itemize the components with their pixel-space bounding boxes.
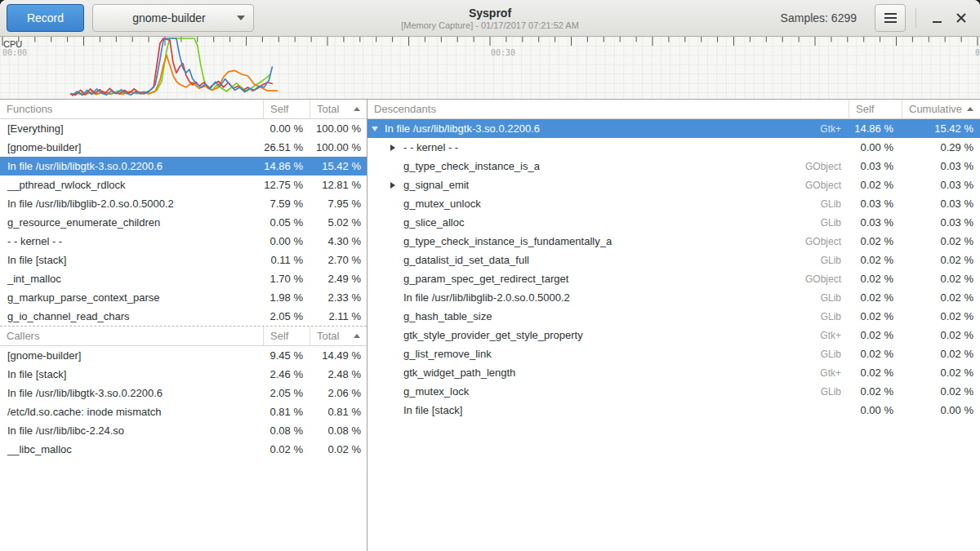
time-tick-label: 01:00 — [975, 48, 980, 57]
self-percent-cell: 0.02 % — [849, 291, 902, 304]
descendant-name-cell: g_datalist_id_set_data_fullGLib — [368, 254, 849, 266]
tree-row[interactable]: g_signal_emitGObject0.02 %0.03 % — [368, 176, 980, 194]
self-percent-cell: 9.45 % — [264, 349, 310, 362]
minimize-button[interactable] — [924, 6, 949, 30]
function-name-cell: g_resource_enumerate_children — [0, 216, 264, 229]
tree-row[interactable]: gtk_widget_path_lengthGtk+0.02 %0.02 % — [368, 363, 980, 382]
tree-row[interactable]: gtk_style_provider_get_style_propertyGtk… — [368, 326, 980, 344]
self-percent-cell: 0.02 % — [849, 235, 902, 247]
self-percent-cell: 0.11 % — [264, 254, 310, 266]
function-name-cell: In file /usr/lib/libgtk-3.so.0.2200.6 — [0, 160, 264, 172]
descendant-name-cell: g_list_remove_linkGLib — [368, 348, 849, 360]
column-header-functions[interactable]: Functions — [0, 100, 264, 118]
tree-row[interactable]: g_param_spec_get_redirect_targetGObject0… — [368, 269, 980, 288]
column-header-descendants[interactable]: Descendants — [368, 100, 849, 118]
table-row[interactable]: /etc/ld.so.cache: inode mismatch0.81 %0.… — [0, 402, 367, 421]
table-row[interactable]: _int_malloc1.70 %2.49 % — [0, 269, 367, 288]
sort-ascending-icon — [354, 107, 360, 111]
tree-row[interactable]: g_mutex_unlockGLib0.03 %0.03 % — [368, 194, 980, 213]
library-category-tag: GObject — [805, 161, 849, 172]
table-row[interactable]: g_markup_parse_context_parse1.98 %2.33 % — [0, 288, 367, 307]
library-category-tag: Gtk+ — [820, 123, 849, 135]
tree-expander-icon[interactable] — [390, 144, 403, 151]
tree-row[interactable]: - - kernel - -0.00 %0.29 % — [368, 138, 980, 157]
tree-row[interactable]: g_list_remove_linkGLib0.02 %0.02 % — [368, 344, 980, 363]
tree-row[interactable]: g_slice_allocGLib0.03 %0.03 % — [368, 213, 980, 232]
left-pane: Functions Self Total [Everything]0.00 %1… — [0, 100, 368, 551]
function-name-cell: _int_malloc — [0, 273, 264, 285]
table-row[interactable]: __libc_malloc0.02 %0.02 % — [0, 440, 367, 459]
tree-row[interactable]: In file /usr/lib/libglib-2.0.so.0.5000.2… — [368, 288, 980, 307]
tree-row[interactable]: g_hash_table_sizeGLib0.02 %0.02 % — [368, 307, 980, 326]
cumulative-percent-cell: 0.03 % — [902, 216, 980, 229]
tree-row[interactable]: g_type_check_instance_is_aGObject0.03 %0… — [368, 157, 980, 176]
function-name-cell: g_io_channel_read_chars — [0, 310, 264, 322]
tree-row[interactable]: g_datalist_id_set_data_fullGLib0.02 %0.0… — [368, 251, 980, 269]
column-header-total[interactable]: Total — [310, 100, 367, 118]
tree-row[interactable]: g_type_check_instance_is_fundamentally_a… — [368, 232, 980, 251]
tree-expander-icon[interactable] — [390, 182, 403, 189]
descendant-label: g_mutex_unlock — [403, 198, 481, 210]
column-header-self[interactable]: Self — [849, 100, 902, 118]
self-percent-cell: 0.00 % — [264, 122, 310, 135]
function-name-cell: [gnome-builder] — [0, 349, 264, 362]
descendant-label: g_mutex_lock — [403, 385, 469, 398]
close-button[interactable] — [949, 6, 973, 30]
table-row[interactable]: [gnome-builder]9.45 %14.49 % — [0, 346, 367, 365]
column-header-self[interactable]: Self — [264, 327, 310, 345]
table-row[interactable]: In file /usr/lib/libc-2.24.so0.08 %0.08 … — [0, 421, 367, 440]
descendant-label: - - kernel - - — [403, 141, 458, 153]
close-icon — [956, 12, 967, 24]
descendant-label: g_type_check_instance_is_fundamentally_a — [403, 235, 612, 247]
table-row[interactable]: g_io_channel_read_chars2.05 %2.11 % — [0, 307, 367, 326]
total-percent-cell: 4.30 % — [310, 235, 367, 247]
self-percent-cell: 2.46 % — [264, 368, 310, 380]
self-percent-cell: 7.59 % — [264, 198, 310, 210]
self-percent-cell: 0.81 % — [264, 406, 310, 418]
cpu-usage-graph[interactable]: CPU 00:00 00:30 01:00 — [0, 37, 980, 100]
self-percent-cell: 0.02 % — [849, 367, 902, 379]
descendant-label: g_signal_emit — [403, 179, 469, 191]
tree-row[interactable]: In file [stack]0.00 %0.00 % — [368, 401, 980, 420]
table-row[interactable]: In file /usr/lib/libgtk-3.so.0.2200.614.… — [0, 157, 367, 176]
record-button[interactable]: Record — [7, 4, 84, 32]
column-header-callers[interactable]: Callers — [0, 327, 264, 345]
tree-row[interactable]: In file /usr/lib/libgtk-3.so.0.2200.6Gtk… — [368, 119, 980, 138]
cumulative-percent-cell: 0.00 % — [902, 404, 980, 416]
tree-row[interactable]: g_mutex_lockGLib0.02 %0.02 % — [368, 382, 980, 401]
chevron-down-icon — [237, 16, 245, 20]
cumulative-percent-cell: 0.02 % — [902, 329, 980, 341]
total-percent-cell: 14.49 % — [310, 349, 367, 362]
total-percent-cell: 2.49 % — [310, 273, 367, 285]
table-row[interactable]: In file [stack]2.46 %2.48 % — [0, 365, 367, 384]
self-percent-cell: 0.02 % — [849, 310, 902, 322]
table-row[interactable]: In file /usr/lib/libglib-2.0.so.0.5000.2… — [0, 194, 367, 213]
process-selector-dropdown[interactable]: gnome-builder — [92, 4, 254, 32]
function-name-cell: In file /usr/lib/libglib-2.0.so.0.5000.2 — [0, 198, 264, 210]
column-header-self[interactable]: Self — [264, 100, 310, 118]
library-category-tag: GObject — [805, 273, 849, 285]
hamburger-menu-button[interactable] — [875, 4, 906, 32]
descendant-name-cell: In file /usr/lib/libgtk-3.so.0.2200.6Gtk… — [368, 122, 849, 135]
column-header-total[interactable]: Total — [310, 327, 367, 345]
table-row[interactable]: In file /usr/lib/libgtk-3.so.0.2200.62.0… — [0, 384, 367, 402]
function-name-cell: In file /usr/lib/libc-2.24.so — [0, 424, 264, 437]
cpu-graph-canvas[interactable] — [0, 37, 980, 99]
table-row[interactable]: In file [stack]0.11 %2.70 % — [0, 251, 367, 269]
cumulative-percent-cell: 0.02 % — [902, 310, 980, 322]
table-row[interactable]: - - kernel - -0.00 %4.30 % — [0, 232, 367, 251]
process-selector-label: gnome-builder — [101, 11, 237, 24]
descendant-label: g_list_remove_link — [403, 348, 492, 360]
expanded-triangle-icon — [372, 127, 378, 131]
tree-expander-icon[interactable] — [372, 127, 385, 131]
table-row[interactable]: [Everything]0.00 %100.00 % — [0, 119, 367, 138]
function-name-cell: /etc/ld.so.cache: inode mismatch — [0, 406, 264, 418]
table-row[interactable]: [gnome-builder]26.51 %100.00 % — [0, 138, 367, 157]
descendant-name-cell: In file /usr/lib/libglib-2.0.so.0.5000.2… — [368, 291, 849, 304]
table-row[interactable]: __pthread_rwlock_rdlock12.75 %12.81 % — [0, 176, 367, 194]
library-category-tag: Gtk+ — [820, 367, 849, 379]
cumulative-percent-cell: 0.02 % — [902, 273, 980, 285]
table-row[interactable]: g_resource_enumerate_children0.05 %5.02 … — [0, 213, 367, 232]
self-percent-cell: 12.75 % — [264, 179, 310, 191]
column-header-cumulative[interactable]: Cumulative — [902, 100, 980, 118]
